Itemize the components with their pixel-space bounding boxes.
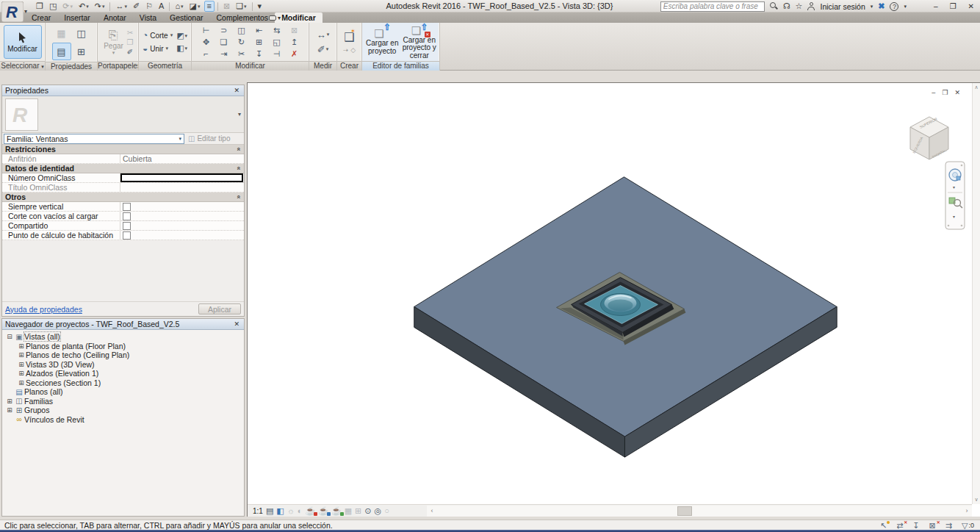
open-icon[interactable]: ❐ ▾: [34, 1, 46, 12]
swap-icon[interactable]: ⇆: [268, 25, 286, 36]
qat-icon[interactable]: ▾: [169, 2, 170, 11]
cope-icon[interactable]: ◩ ▾: [176, 31, 187, 40]
close-button[interactable]: ✕: [968, 2, 974, 10]
detail-line-icon[interactable]: ✐ ▾: [131, 1, 142, 12]
create-group-icon[interactable]: ❑: [344, 30, 354, 44]
pin-cursor-icon[interactable]: ↧: [912, 521, 920, 531]
sun-path-icon[interactable]: ☼: [287, 506, 295, 515]
customize-qat-icon[interactable]: ▾ ▾: [256, 1, 264, 12]
load-into-project-and-close-button[interactable]: ❏ ⇧ ✕ Cargar en proyecto y cerrar: [403, 24, 437, 60]
row-corte-vacios[interactable]: Corte con vacíos al cargar «: [2, 212, 244, 221]
roof-model[interactable]: [248, 83, 972, 504]
reveal-hidden-icon[interactable]: ○: [383, 506, 390, 515]
trim-icon[interactable]: ⌐: [198, 48, 215, 60]
exclude-options-icon[interactable]: ⇄: [896, 521, 904, 531]
search-icon[interactable]: [770, 2, 778, 10]
close-browser-icon[interactable]: ✕: [232, 320, 241, 328]
view-minimize-icon[interactable]: –: [932, 89, 935, 96]
family-parameters-icon[interactable]: ◫ ▾: [72, 24, 91, 42]
minimize-button[interactable]: –: [934, 2, 938, 10]
tab-crear[interactable]: Crear: [25, 12, 57, 23]
tab-vista[interactable]: Vista: [133, 12, 163, 23]
shadows-icon[interactable]: ◐: [297, 506, 303, 515]
tree-expander-icon[interactable]: [17, 379, 26, 387]
redo-icon[interactable]: ↷ ▾: [93, 1, 107, 12]
tree-item-alzados[interactable]: Alzados (Elevation 1): [2, 369, 244, 378]
row-compartido[interactable]: Compartido «: [2, 221, 244, 231]
extend-icon[interactable]: ⇥: [215, 48, 233, 60]
horizontal-scrollbar[interactable]: ‹ ›: [427, 506, 972, 517]
sync-icon[interactable]: ⟳ ▾: [60, 1, 75, 12]
tree-expander-icon[interactable]: [17, 361, 26, 368]
steering-wheel-icon[interactable]: [949, 169, 961, 181]
measure-angular-icon[interactable]: ✐ ▾: [317, 44, 330, 55]
qat-icon[interactable]: ▾: [217, 2, 218, 11]
view-close-icon[interactable]: ✕: [954, 89, 960, 96]
tree-expander-icon[interactable]: [5, 398, 14, 405]
tab-anotar[interactable]: Anotar: [97, 12, 133, 23]
group-collapse-icon[interactable]: «: [234, 166, 242, 170]
split-align-icon[interactable]: ⇤: [251, 25, 268, 36]
join-geometry-button[interactable]: ◒ Unir ▾: [143, 43, 173, 54]
undo-icon[interactable]: ↶ ▾: [76, 1, 91, 12]
type-preview[interactable]: R ▾: [2, 96, 244, 133]
viewcube[interactable]: SUPERIOR IZQUIERDA FRONTAL: [903, 111, 956, 164]
match-properties-icon[interactable]: ✐ ▾: [127, 48, 134, 56]
tree-expander-icon[interactable]: [5, 406, 14, 414]
qat-icon[interactable]: ▾: [252, 2, 253, 11]
scale-control[interactable]: 1:1: [252, 507, 264, 515]
scroll-down-icon[interactable]: ∨: [974, 497, 978, 503]
group-otros[interactable]: Otros «: [2, 193, 244, 202]
create-parts-icon[interactable]: ◇: [350, 46, 356, 54]
panel-label-properties[interactable]: Propiedades: [46, 62, 97, 71]
tree-item-familias[interactable]: Familias: [2, 397, 244, 406]
type-selector[interactable]: Familia: Ventanas ▾: [4, 134, 184, 144]
model-view[interactable]: – ❐ ✕ SUPERIOR IZQUIERDA FRONTAL: [248, 83, 972, 504]
visual-style-icon[interactable]: ◧: [275, 506, 284, 516]
panel-label-clipboard[interactable]: Portapapeles: [98, 61, 138, 71]
load-into-project-button[interactable]: ❏ ⇧ Cargar en proyecto: [365, 24, 400, 60]
tree-item-planos-planta[interactable]: Planos de planta (Floor Plan): [2, 342, 244, 351]
property-checkbox[interactable]: [123, 212, 131, 220]
panel-label-modify[interactable]: Modificar: [192, 61, 309, 71]
tab-gestionar[interactable]: Gestionar: [163, 12, 210, 23]
property-checkbox[interactable]: [123, 222, 131, 230]
panel-label-select[interactable]: Seleccionar ▾: [0, 61, 45, 71]
show-crop-icon[interactable]: ⊞: [354, 506, 362, 516]
panel-label-create[interactable]: Crear: [337, 61, 361, 71]
restore-button[interactable]: ❐: [950, 2, 956, 10]
align-icon[interactable]: ⊢: [198, 25, 215, 36]
drawing-area[interactable]: – ❐ ✕ SUPERIOR IZQUIERDA FRONTAL: [247, 82, 980, 517]
ribbon-minimize-toggle[interactable]: ▾: [266, 13, 284, 22]
save-icon[interactable]: ◳ ▾: [47, 1, 59, 12]
pin-disabled-icon[interactable]: ⊠: [286, 25, 303, 36]
move-icon[interactable]: ✥: [198, 37, 215, 48]
panel-label-measure[interactable]: Medir: [309, 61, 336, 71]
unpin-icon[interactable]: ↥: [286, 37, 303, 48]
create-similar-icon[interactable]: ⇢: [343, 46, 349, 54]
align2-icon[interactable]: ⊣: [268, 48, 286, 60]
help-caret-icon[interactable]: ▾: [904, 4, 907, 10]
render-dialog-icon[interactable]: ☕: [304, 506, 316, 516]
editable-only-icon[interactable]: ↖: [880, 521, 887, 531]
tree-item-planos-techo[interactable]: Planos de techo (Ceiling Plan): [2, 351, 244, 360]
tag-icon[interactable]: ⚐ ▾: [143, 1, 155, 12]
sign-in-button[interactable]: Iniciar sesión: [820, 2, 865, 11]
array-icon[interactable]: ⊞: [251, 37, 268, 48]
tree-item-vistas[interactable]: Vistas (all): [2, 332, 244, 342]
properties-help-link[interactable]: Ayuda de propiedades: [5, 305, 82, 314]
properties-icon[interactable]: ▤ ▾: [52, 43, 71, 60]
panel-label-family-editor[interactable]: Editor de familias: [362, 61, 439, 71]
close-hidden-windows-icon[interactable]: ⊠ ▾: [221, 1, 232, 12]
unlocked-view-icon[interactable]: ⊙: [364, 506, 372, 516]
row-punto-calculo[interactable]: Punto de cálculo de habitación «: [2, 231, 244, 240]
scroll-up-icon[interactable]: ∧: [974, 85, 978, 90]
group-restricciones[interactable]: Restricciones «: [2, 145, 244, 154]
property-checkbox[interactable]: [123, 231, 131, 240]
view-restore-icon[interactable]: ❐: [942, 89, 948, 96]
hide-isolate-icon[interactable]: ◎: [374, 506, 383, 516]
design-options-icon[interactable]: ⊠: [929, 521, 937, 531]
zoom-caret-icon[interactable]: ▾: [953, 215, 955, 219]
pin-icon[interactable]: ↧: [251, 48, 268, 60]
tree-item-secciones[interactable]: Secciones (Section 1): [2, 378, 244, 388]
